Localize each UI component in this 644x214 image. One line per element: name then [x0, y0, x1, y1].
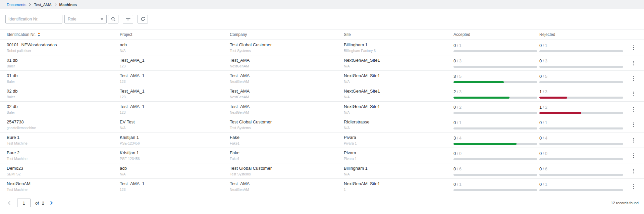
identification-filter-input[interactable] — [5, 15, 62, 23]
row-menu-button[interactable] — [631, 152, 637, 160]
search-button[interactable] — [108, 15, 118, 23]
accepted-progress-bar — [453, 81, 537, 83]
company-value: Fake — [230, 150, 344, 155]
company-cell: Test_AMA NextGenAM — [230, 58, 344, 68]
project-sub: 123 — [120, 64, 230, 68]
column-header-project: Project — [120, 32, 230, 37]
filter-button[interactable] — [123, 15, 133, 23]
company-cell: Fake Fake1 — [230, 150, 344, 161]
row-menu-button[interactable] — [631, 105, 637, 113]
site-sub: N/A — [344, 126, 453, 130]
filter-icon — [126, 17, 130, 21]
table-row[interactable]: 01 db Baler Test_AMA_1 123 Test_AMA Next… — [0, 55, 644, 71]
rejected-count: 1/2 — [539, 105, 631, 110]
chevron-right-icon — [29, 3, 31, 6]
column-header-rejected: Rejected — [539, 32, 631, 37]
identification-cell: 02 db Baler — [7, 104, 120, 114]
project-sub: 123 — [120, 79, 230, 84]
table-row[interactable]: Bure 1 Test Machine Kristijan 1 PSE-1234… — [0, 132, 644, 148]
table-row[interactable]: Bure 2 Test Machine Kristijan 1 PSE-1234… — [0, 148, 644, 163]
table-row[interactable]: Demo23 SEMI S2 acb N/A Test Global Custo… — [0, 163, 644, 179]
table-row[interactable]: 02 db Baler Test_AMA_1 123 Test_AMA Next… — [0, 102, 644, 117]
row-menu-button[interactable] — [631, 74, 637, 83]
project-cell: Kristijan 1 PSE-123456 — [120, 135, 230, 145]
company-value: Test Global Customer — [230, 42, 344, 47]
identification-type: Robot palletiser — [7, 49, 120, 53]
site-cell: NextGenAM_Site1 N/A — [344, 73, 453, 84]
identification-value: 02 db — [7, 89, 120, 94]
accepted-cell: 0/1 — [453, 182, 539, 191]
identification-value: Bure 2 — [7, 150, 120, 155]
rejected-count: 0/4 — [539, 136, 631, 141]
company-value: Test_AMA — [230, 181, 344, 186]
identification-value: NextGenAM — [7, 181, 120, 186]
row-menu-button[interactable] — [631, 182, 637, 191]
sort-icon[interactable] — [38, 33, 40, 37]
project-cell: Test_AMA_1 123 — [120, 181, 230, 192]
table-row[interactable]: NextGenAM Test Machine Test_AMA_1 123 Te… — [0, 179, 644, 194]
filter-toolbar: Role — [0, 9, 644, 30]
row-actions — [631, 152, 644, 160]
table-row[interactable]: 02 db Baler Test_AMA_1 123 Test_AMA Next… — [0, 86, 644, 102]
breadcrumb-link-test-ama[interactable]: Test_AMA — [34, 3, 51, 7]
site-sub: N/A — [344, 110, 453, 114]
table-body: 00101_NEWasdasdasdas Robot palletiser ac… — [0, 40, 644, 194]
identification-cell: 02 db Baler — [7, 89, 120, 99]
company-sub: Fake1 — [230, 141, 344, 145]
breadcrumb-link-documents[interactable]: Documents — [7, 3, 26, 7]
accepted-cell: 0/0 — [453, 151, 539, 160]
project-cell: acb N/A — [120, 42, 230, 53]
project-value: EV Test — [120, 119, 230, 124]
accepted-cell: 3/5 — [453, 74, 539, 83]
rejected-progress-bar — [539, 174, 623, 176]
identification-cell: 00101_NEWasdasdasdas Robot palletiser — [7, 42, 120, 53]
rejected-cell: 1/3 — [539, 89, 631, 99]
row-menu-button[interactable] — [631, 167, 637, 175]
project-sub: PSE-123456 — [120, 141, 230, 145]
company-cell: Test Global Customer Test Systems — [230, 166, 344, 176]
identification-value: 01 db — [7, 73, 120, 78]
project-sub: PSE-123456 — [120, 157, 230, 161]
row-menu-button[interactable] — [631, 90, 637, 98]
accepted-count: 0/0 — [453, 151, 539, 156]
project-value: Test_AMA_1 — [120, 181, 230, 186]
row-menu-button[interactable] — [631, 44, 637, 52]
total-pages: 2 — [42, 201, 44, 206]
rejected-cell: 0/6 — [539, 166, 631, 176]
page-number-input[interactable] — [17, 199, 31, 207]
rejected-progress-bar — [539, 97, 623, 99]
row-actions — [631, 182, 644, 191]
role-select[interactable]: Role — [64, 15, 107, 23]
identification-value: 00101_NEWasdasdasdas — [7, 42, 120, 47]
refresh-icon — [141, 17, 145, 21]
refresh-button[interactable] — [138, 15, 148, 23]
column-header-identification[interactable]: Identification Nr. — [7, 32, 120, 37]
accepted-progress-bar — [453, 66, 537, 68]
identification-cell: 01 db Baler — [7, 58, 120, 68]
rejected-progress-bar — [539, 66, 623, 68]
company-sub: Fake1 — [230, 157, 344, 161]
next-page-button[interactable] — [48, 199, 55, 207]
site-value: NextGenAM_Site1 — [344, 181, 453, 186]
accepted-progress-bar — [453, 112, 537, 114]
row-menu-button[interactable] — [631, 121, 637, 129]
previous-page-button[interactable] — [5, 199, 13, 207]
project-sub: N/A — [120, 172, 230, 176]
table-row[interactable]: 01 db Baler Test_AMA_1 123 Test_AMA Next… — [0, 71, 644, 86]
company-value: Test_AMA — [230, 89, 344, 94]
site-cell: RIdlerstrasse N/A — [344, 119, 453, 130]
rejected-cell: 0/5 — [539, 74, 631, 83]
site-value: NextGenAM_Site1 — [344, 104, 453, 109]
project-cell: Kristijan 1 PSE-123456 — [120, 150, 230, 161]
search-icon — [111, 17, 116, 21]
identification-value: 2547738 — [7, 119, 120, 124]
table-row[interactable]: 00101_NEWasdasdasdas Robot palletiser ac… — [0, 40, 644, 55]
row-menu-button[interactable] — [631, 59, 637, 67]
site-sub: N/A — [344, 95, 453, 99]
accepted-count: 2/3 — [453, 89, 539, 94]
project-value: Test_AMA_1 — [120, 89, 230, 94]
table-row[interactable]: 2547738 ganztollemaschine EV Test N/A Te… — [0, 117, 644, 132]
identification-cell: Bure 2 Test Machine — [7, 150, 120, 161]
row-menu-button[interactable] — [631, 136, 637, 144]
company-sub: NextGenAM — [230, 79, 344, 84]
